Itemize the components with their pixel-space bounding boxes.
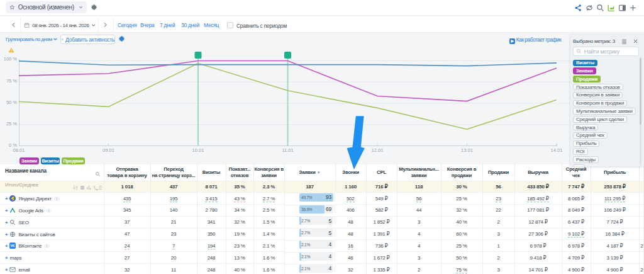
svg-text:VK: VK [11, 244, 15, 248]
svg-text:50 %: 50 % [6, 100, 17, 105]
svg-text:100 %: 100 % [4, 56, 18, 62]
svg-text:13.01: 13.01 [461, 147, 473, 153]
svg-text:09.01: 09.01 [103, 147, 114, 153]
svg-text:11.01: 11.01 [282, 147, 293, 153]
svg-text:75 %: 75 % [6, 78, 17, 84]
svg-text:14.01: 14.01 [551, 147, 563, 153]
svg-text:25 %: 25 % [6, 121, 17, 127]
svg-text:10.01: 10.01 [192, 147, 204, 153]
svg-text:08.01: 08.01 [13, 147, 25, 153]
svg-text:12.01: 12.01 [372, 147, 384, 153]
